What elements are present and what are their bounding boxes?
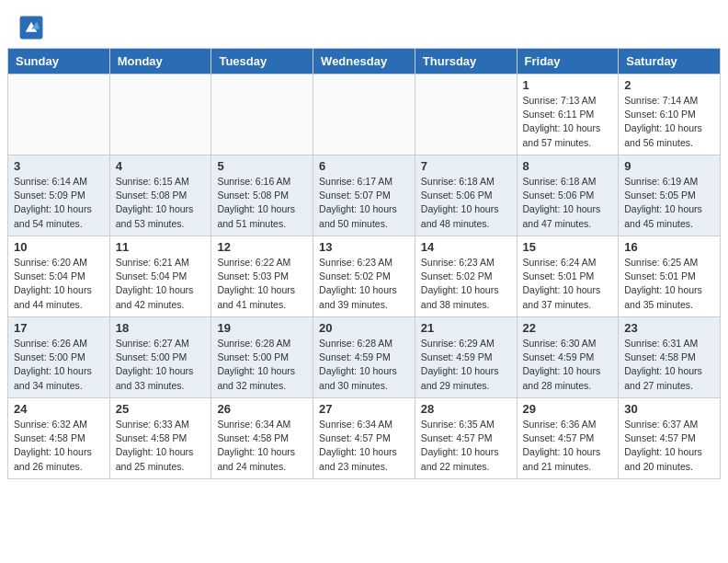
day-info: Sunrise: 6:36 AM Sunset: 4:57 PM Dayligh… <box>523 418 613 474</box>
col-header-thursday: Thursday <box>415 49 517 75</box>
day-number: 14 <box>421 240 511 254</box>
day-cell: 18Sunrise: 6:27 AM Sunset: 5:00 PM Dayli… <box>109 317 211 398</box>
day-cell: 7Sunrise: 6:18 AM Sunset: 5:06 PM Daylig… <box>415 155 517 236</box>
day-cell: 15Sunrise: 6:24 AM Sunset: 5:01 PM Dayli… <box>517 236 619 317</box>
day-cell <box>109 75 211 155</box>
week-row-5: 24Sunrise: 6:32 AM Sunset: 4:58 PM Dayli… <box>8 398 721 479</box>
calendar-header: SundayMondayTuesdayWednesdayThursdayFrid… <box>8 49 721 75</box>
col-header-friday: Friday <box>517 49 619 75</box>
day-info: Sunrise: 6:18 AM Sunset: 5:06 PM Dayligh… <box>421 175 511 231</box>
day-cell <box>313 75 415 155</box>
day-cell: 21Sunrise: 6:29 AM Sunset: 4:59 PM Dayli… <box>415 317 517 398</box>
col-header-sunday: Sunday <box>8 49 110 75</box>
logo <box>18 15 48 40</box>
day-cell: 4Sunrise: 6:15 AM Sunset: 5:08 PM Daylig… <box>109 155 211 236</box>
day-number: 16 <box>624 240 714 254</box>
day-cell: 2Sunrise: 7:14 AM Sunset: 6:10 PM Daylig… <box>619 75 721 155</box>
day-info: Sunrise: 7:14 AM Sunset: 6:10 PM Dayligh… <box>624 94 714 150</box>
logo-icon <box>18 15 44 40</box>
day-info: Sunrise: 6:28 AM Sunset: 4:59 PM Dayligh… <box>319 337 409 393</box>
day-cell: 24Sunrise: 6:32 AM Sunset: 4:58 PM Dayli… <box>8 398 110 479</box>
day-number: 22 <box>523 321 613 335</box>
day-info: Sunrise: 6:37 AM Sunset: 4:57 PM Dayligh… <box>624 418 714 474</box>
day-info: Sunrise: 6:20 AM Sunset: 5:04 PM Dayligh… <box>14 256 104 312</box>
day-cell: 25Sunrise: 6:33 AM Sunset: 4:58 PM Dayli… <box>109 398 211 479</box>
day-number: 25 <box>116 402 206 416</box>
week-row-1: 1Sunrise: 7:13 AM Sunset: 6:11 PM Daylig… <box>8 75 721 155</box>
day-number: 17 <box>14 321 104 335</box>
day-number: 9 <box>624 159 714 173</box>
day-cell: 19Sunrise: 6:28 AM Sunset: 5:00 PM Dayli… <box>211 317 313 398</box>
day-cell: 20Sunrise: 6:28 AM Sunset: 4:59 PM Dayli… <box>313 317 415 398</box>
week-row-3: 10Sunrise: 6:20 AM Sunset: 5:04 PM Dayli… <box>8 236 721 317</box>
day-number: 29 <box>523 402 613 416</box>
day-info: Sunrise: 6:28 AM Sunset: 5:00 PM Dayligh… <box>217 337 307 393</box>
day-cell: 28Sunrise: 6:35 AM Sunset: 4:57 PM Dayli… <box>415 398 517 479</box>
col-header-saturday: Saturday <box>619 49 721 75</box>
day-info: Sunrise: 6:29 AM Sunset: 4:59 PM Dayligh… <box>421 337 511 393</box>
day-number: 30 <box>624 402 714 416</box>
day-info: Sunrise: 6:25 AM Sunset: 5:01 PM Dayligh… <box>624 256 714 312</box>
day-cell: 8Sunrise: 6:18 AM Sunset: 5:06 PM Daylig… <box>517 155 619 236</box>
day-number: 5 <box>217 159 307 173</box>
day-number: 8 <box>523 159 613 173</box>
day-info: Sunrise: 6:34 AM Sunset: 4:57 PM Dayligh… <box>319 418 409 474</box>
day-cell: 6Sunrise: 6:17 AM Sunset: 5:07 PM Daylig… <box>313 155 415 236</box>
day-number: 7 <box>421 159 511 173</box>
day-number: 15 <box>523 240 613 254</box>
day-cell: 27Sunrise: 6:34 AM Sunset: 4:57 PM Dayli… <box>313 398 415 479</box>
day-info: Sunrise: 6:33 AM Sunset: 4:58 PM Dayligh… <box>116 418 206 474</box>
day-info: Sunrise: 6:23 AM Sunset: 5:02 PM Dayligh… <box>421 256 511 312</box>
day-cell <box>8 75 110 155</box>
day-info: Sunrise: 6:34 AM Sunset: 4:58 PM Dayligh… <box>217 418 307 474</box>
day-info: Sunrise: 6:19 AM Sunset: 5:05 PM Dayligh… <box>624 175 714 231</box>
col-header-tuesday: Tuesday <box>211 49 313 75</box>
day-number: 23 <box>624 321 714 335</box>
day-number: 27 <box>319 402 409 416</box>
day-info: Sunrise: 6:18 AM Sunset: 5:06 PM Dayligh… <box>523 175 613 231</box>
page-header <box>0 0 728 48</box>
day-cell: 11Sunrise: 6:21 AM Sunset: 5:04 PM Dayli… <box>109 236 211 317</box>
day-number: 13 <box>319 240 409 254</box>
day-number: 21 <box>421 321 511 335</box>
day-info: Sunrise: 6:15 AM Sunset: 5:08 PM Dayligh… <box>116 175 206 231</box>
day-info: Sunrise: 6:24 AM Sunset: 5:01 PM Dayligh… <box>523 256 613 312</box>
day-cell: 17Sunrise: 6:26 AM Sunset: 5:00 PM Dayli… <box>8 317 110 398</box>
day-info: Sunrise: 7:13 AM Sunset: 6:11 PM Dayligh… <box>523 94 613 150</box>
calendar-body: 1Sunrise: 7:13 AM Sunset: 6:11 PM Daylig… <box>8 75 721 479</box>
day-number: 4 <box>116 159 206 173</box>
day-info: Sunrise: 6:26 AM Sunset: 5:00 PM Dayligh… <box>14 337 104 393</box>
day-info: Sunrise: 6:32 AM Sunset: 4:58 PM Dayligh… <box>14 418 104 474</box>
day-number: 10 <box>14 240 104 254</box>
day-info: Sunrise: 6:35 AM Sunset: 4:57 PM Dayligh… <box>421 418 511 474</box>
day-info: Sunrise: 6:21 AM Sunset: 5:04 PM Dayligh… <box>116 256 206 312</box>
day-cell: 23Sunrise: 6:31 AM Sunset: 4:58 PM Dayli… <box>619 317 721 398</box>
day-number: 1 <box>523 78 613 92</box>
day-number: 28 <box>421 402 511 416</box>
day-info: Sunrise: 6:30 AM Sunset: 4:59 PM Dayligh… <box>523 337 613 393</box>
day-cell: 12Sunrise: 6:22 AM Sunset: 5:03 PM Dayli… <box>211 236 313 317</box>
day-cell <box>415 75 517 155</box>
day-number: 26 <box>217 402 307 416</box>
day-info: Sunrise: 6:22 AM Sunset: 5:03 PM Dayligh… <box>217 256 307 312</box>
day-cell: 13Sunrise: 6:23 AM Sunset: 5:02 PM Dayli… <box>313 236 415 317</box>
week-row-4: 17Sunrise: 6:26 AM Sunset: 5:00 PM Dayli… <box>8 317 721 398</box>
day-number: 18 <box>116 321 206 335</box>
day-number: 19 <box>217 321 307 335</box>
day-number: 6 <box>319 159 409 173</box>
day-info: Sunrise: 6:17 AM Sunset: 5:07 PM Dayligh… <box>319 175 409 231</box>
day-number: 11 <box>116 240 206 254</box>
day-cell: 22Sunrise: 6:30 AM Sunset: 4:59 PM Dayli… <box>517 317 619 398</box>
col-header-monday: Monday <box>109 49 211 75</box>
day-number: 3 <box>14 159 104 173</box>
calendar-wrapper: SundayMondayTuesdayWednesdayThursdayFrid… <box>0 48 728 487</box>
col-header-wednesday: Wednesday <box>313 49 415 75</box>
day-cell: 10Sunrise: 6:20 AM Sunset: 5:04 PM Dayli… <box>8 236 110 317</box>
day-number: 20 <box>319 321 409 335</box>
header-row: SundayMondayTuesdayWednesdayThursdayFrid… <box>8 49 721 75</box>
calendar-table: SundayMondayTuesdayWednesdayThursdayFrid… <box>7 48 721 479</box>
day-cell: 3Sunrise: 6:14 AM Sunset: 5:09 PM Daylig… <box>8 155 110 236</box>
day-info: Sunrise: 6:16 AM Sunset: 5:08 PM Dayligh… <box>217 175 307 231</box>
day-cell: 9Sunrise: 6:19 AM Sunset: 5:05 PM Daylig… <box>619 155 721 236</box>
day-number: 12 <box>217 240 307 254</box>
